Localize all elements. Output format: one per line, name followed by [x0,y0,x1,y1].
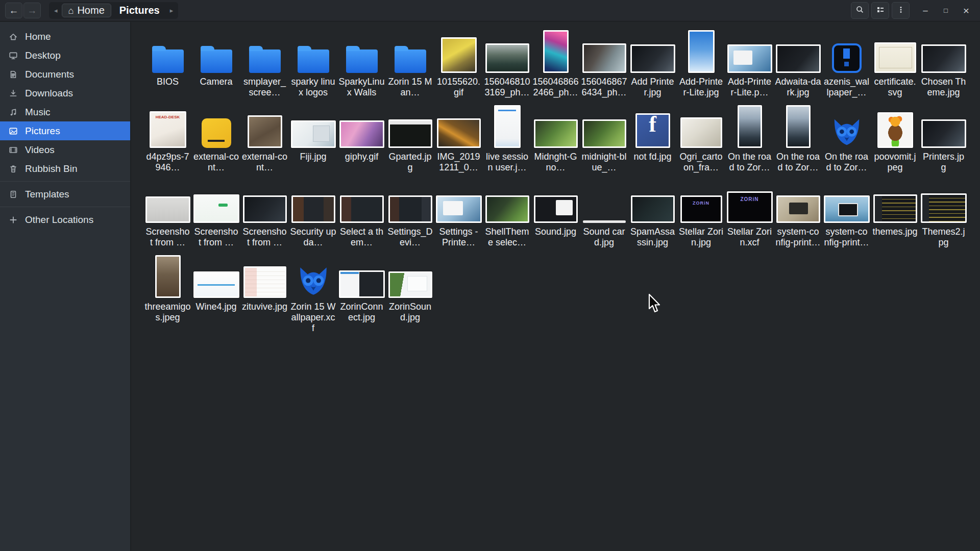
search-button[interactable] [851,2,869,19]
sidebar-item-pictures[interactable]: Pictures [0,121,130,140]
sidebar-item-home[interactable]: Home [0,27,130,46]
files-view[interactable]: BIOSCamerasmplayer_scree…sparky linux lo… [131,22,980,551]
thumbnail-box [738,103,762,152]
folder-item[interactable]: Camera [193,28,239,98]
file-item[interactable]: Sound.jpg [532,178,579,248]
folder-item[interactable]: smplayer_scree… [241,28,288,98]
thumbnail-box [776,178,820,227]
file-item[interactable]: Wine4.jpg [193,253,239,334]
back-button[interactable]: ← [5,3,22,18]
file-item[interactable]: external-cont… [241,103,288,173]
file-item[interactable]: 1560468103169_ph… [484,28,530,98]
breadcrumb-prev-icon[interactable]: ◂ [52,7,60,14]
thumbnail-box: f [635,103,670,152]
file-item[interactable]: 1560468662466_ph… [532,28,579,98]
breadcrumb-home-button[interactable]: ⌂ Home [62,4,111,17]
file-item[interactable]: midnight-blue_… [581,103,627,173]
image-thumbnail [145,196,190,223]
folder-item[interactable]: BIOS [144,28,191,98]
folder-item[interactable]: SparkyLinux Walls [338,28,385,98]
file-item[interactable]: Midnght-Gno… [532,103,579,173]
breadcrumb-current-location[interactable]: Pictures [113,5,166,16]
file-item[interactable]: Fiji.jpg [290,103,336,173]
file-item[interactable]: ZorinConnect.jpg [338,253,385,334]
file-item[interactable]: ZORiNStellar Zorin.xcf [726,178,773,248]
maximize-button[interactable]: □ [939,4,952,17]
thumbnail-box [921,178,967,227]
file-item[interactable]: Add Printer.jpg [629,28,676,98]
file-item[interactable]: Screenshot from … [193,178,239,248]
image-thumbnail [630,44,675,73]
breadcrumb-next-icon[interactable]: ▸ [168,7,176,14]
thumbnail-box [631,178,675,227]
file-item[interactable]: external-cont… [193,103,239,173]
file-item[interactable]: Ogri_cartoon_fra… [678,103,724,173]
file-item[interactable]: azenis_wallpaper_… [823,28,870,98]
file-item[interactable]: On the road to Zor… [823,103,870,173]
file-item[interactable]: ShellTheme selec… [484,178,530,248]
file-item[interactable]: HEAD-DESKd4pz9ps-7946… [144,103,191,173]
file-item[interactable]: giphy.gif [338,103,385,173]
home-icon: ⌂ [68,6,74,15]
file-item[interactable]: Add-Printer-Lite.jpg [678,28,724,98]
file-item[interactable]: ZORiNStellar Zorin.jpg [678,178,724,248]
image-thumbnail [582,43,626,73]
image-thumbnail [776,195,820,223]
file-item[interactable]: Settings - Printe… [435,178,482,248]
file-item[interactable]: Screenshot from … [144,178,191,248]
sidebar-item-music[interactable]: Music [0,103,130,121]
file-item[interactable]: system-config-print… [775,178,821,248]
view-toggle-button[interactable] [871,2,889,19]
file-item[interactable]: zituvive.jpg [241,253,288,334]
file-item[interactable]: IMG_20191211_0… [435,103,482,173]
file-item[interactable]: On the road to Zor… [775,103,821,173]
zorin-owl-thumbnail [831,116,863,148]
file-item[interactable]: Chosen Theme.jpg [920,28,967,98]
sidebar-item-label: Other Locations [25,214,93,226]
sidebar-item-downloads[interactable]: Downloads [0,84,130,103]
file-item[interactable]: 1560468676434_ph… [581,28,627,98]
sidebar-item-documents[interactable]: Documents [0,65,130,84]
forward-button[interactable]: → [23,3,41,18]
header-bar: ← → ◂ ⌂ Home Pictures ▸ – □ × [0,0,980,21]
close-button[interactable]: × [960,4,973,17]
file-item[interactable]: Printers.jpg [920,103,967,173]
file-item[interactable]: On the road to Zor… [726,103,773,173]
sidebar-item-videos[interactable]: Videos [0,140,130,159]
file-item[interactable]: Adwaita-dark.jpg [775,28,821,98]
file-item[interactable]: Add-Printer-Lite.p… [726,28,773,98]
file-item[interactable]: ZorinSound.jpg [387,253,433,334]
file-item[interactable]: system-config-print… [823,178,870,248]
file-item[interactable]: Gparted.jpg [387,103,433,173]
file-item[interactable]: fnot fd.jpg [629,103,676,173]
file-label: Chosen Theme.jpg [920,77,967,98]
file-item[interactable]: Themes2.jpg [920,178,967,248]
file-item[interactable]: Select a them… [338,178,385,248]
minimize-button[interactable]: – [919,4,932,17]
file-item[interactable]: themes.jpg [872,178,918,248]
thumbnail-detail [879,47,913,68]
file-label: Themes2.jpg [920,227,967,248]
file-item[interactable]: Screenshot from … [241,178,288,248]
file-item[interactable]: certificate.svg [872,28,918,98]
file-item[interactable]: 10155620.gif [435,28,482,98]
file-item[interactable]: Sound card.jpg [581,178,627,248]
file-item[interactable]: Zorin 15 Wallpaper.xcf [290,253,336,334]
thumbnail-box [248,103,282,152]
thumbnail-box [155,253,181,302]
folder-item[interactable]: sparky linux logos [290,28,336,98]
sidebar-item-desktop[interactable]: Desktop [0,46,130,65]
sidebar-item-templates[interactable]: Templates [0,185,130,204]
file-item[interactable]: Security upda… [290,178,336,248]
window-controls: – □ × [919,4,973,17]
sidebar-separator [0,207,130,207]
sidebar-item-rubbish-bin[interactable]: Rubbish Bin [0,159,130,178]
file-item[interactable]: SpamAssassin.jpg [629,178,676,248]
file-item[interactable]: Settings_Devi… [387,178,433,248]
menu-button[interactable] [892,2,910,19]
file-item[interactable]: threeamigos.jpeg [144,253,191,334]
sidebar-item-other-locations[interactable]: Other Locations [0,210,130,229]
file-item[interactable]: poovomit.jpeg [872,103,918,173]
folder-item[interactable]: Zorin 15 Man… [387,28,433,98]
file-item[interactable]: live session user.j… [484,103,530,173]
